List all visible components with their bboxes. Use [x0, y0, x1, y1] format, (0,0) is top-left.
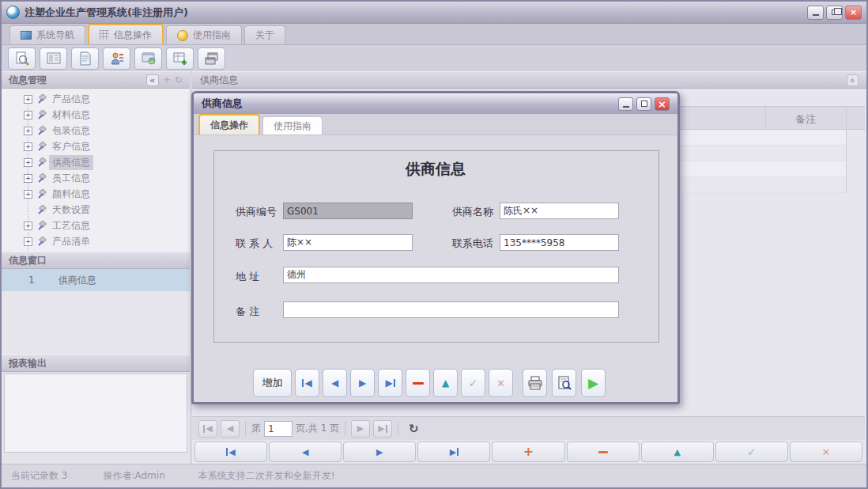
expand-icon[interactable]: + — [24, 174, 32, 183]
name-label: 供商名称 — [452, 205, 493, 219]
sidebar: 信息管理 « + ↻ + 产品信息 + 材料信息 + 包装信息 — [2, 71, 190, 464]
dialog-minimize-button[interactable] — [618, 97, 633, 111]
tree-item-employee[interactable]: + 员工信息 — [2, 170, 190, 186]
delete-record-button[interactable] — [406, 369, 430, 397]
supplier-panel-header: 供商信息 « — [192, 71, 866, 89]
tree-item-customer[interactable]: + 客户信息 — [2, 138, 190, 154]
node-icon — [36, 189, 47, 199]
record-count: 当前记录数 3 — [11, 469, 67, 483]
page-number-input[interactable] — [264, 421, 292, 437]
app-window: 注塑企业生产管理系统(非注册用户) × 系统导航 信息操作 使用指南 关于 — [0, 0, 868, 489]
tree-item-material[interactable]: + 材料信息 — [2, 107, 190, 123]
last-record-button[interactable]: ▶ — [417, 442, 490, 462]
expand-icon[interactable]: + — [24, 127, 32, 135]
tree-item-supplier[interactable]: + 供商信息 — [2, 154, 190, 170]
expand-icon[interactable]: + — [24, 237, 32, 246]
dialog-tab-info-operation[interactable]: 信息操作 — [198, 114, 260, 135]
expand-icon[interactable]: + — [24, 190, 32, 199]
document-icon[interactable] — [71, 47, 99, 70]
first-record-button[interactable]: ◀ — [194, 442, 267, 462]
operator-label: 操作者:Admin — [103, 469, 164, 483]
minimize-button[interactable] — [807, 6, 824, 20]
tab-user-guide[interactable]: 使用指南 — [166, 25, 242, 44]
address-field[interactable] — [283, 267, 619, 283]
expand-icon[interactable]: + — [24, 95, 32, 104]
next-record-button[interactable]: ▶ — [350, 369, 375, 397]
node-icon — [36, 237, 47, 247]
first-page-button[interactable]: ◀ — [198, 420, 217, 438]
user-icon[interactable] — [103, 47, 130, 70]
add-record-button[interactable]: + — [492, 442, 564, 462]
close-button[interactable]: × — [845, 6, 862, 20]
confirm-button[interactable]: ✓ — [715, 442, 788, 462]
phone-field[interactable] — [500, 234, 619, 251]
tree-item-days-setting[interactable]: + 天数设置 — [2, 202, 190, 218]
expand-icon[interactable]: + — [24, 142, 32, 151]
name-field[interactable] — [500, 203, 619, 219]
refresh-icon[interactable]: ↻ — [175, 74, 183, 85]
search-document-icon[interactable] — [8, 47, 36, 70]
refresh-icon[interactable]: ↻ — [409, 422, 419, 436]
collapse-up-icon[interactable]: « — [847, 74, 859, 86]
dialog-close-button[interactable]: × — [655, 97, 670, 111]
cancel-button[interactable]: ✕ — [489, 369, 513, 397]
prev-record-button[interactable]: ◀ — [323, 369, 347, 397]
dialog-body: 供商信息 供商编号 供商名称 联 系 人 联系电话 地 址 备 注 增加 ◀ ◀… — [194, 135, 677, 402]
tree-item-product[interactable]: + 产品信息 — [2, 91, 190, 107]
tree-item-pigment[interactable]: + 颜料信息 — [2, 186, 190, 202]
delete-record-button[interactable] — [567, 442, 640, 462]
node-icon — [36, 221, 47, 231]
prev-record-button[interactable]: ◀ — [269, 442, 342, 462]
tree-item-process[interactable]: + 工艺信息 — [2, 218, 190, 233]
info-window-list: 1 供商信息 — [2, 269, 190, 354]
last-page-button[interactable]: ▶ — [373, 420, 392, 438]
tab-system-nav[interactable]: 系统导航 — [9, 25, 85, 44]
prev-page-button[interactable]: ◀ — [221, 420, 240, 438]
title-bar: 注塑企业生产管理系统(非注册用户) × — [2, 2, 866, 24]
remark-field[interactable] — [283, 301, 619, 318]
last-record-button[interactable]: ▶ — [378, 369, 402, 397]
tab-about[interactable]: 关于 — [244, 25, 285, 44]
window-preview-icon[interactable] — [134, 47, 162, 70]
node-icon — [36, 110, 47, 120]
expand-icon[interactable]: + — [24, 222, 32, 230]
add-icon[interactable]: + — [163, 74, 171, 85]
contact-field[interactable] — [283, 234, 413, 251]
print-preview-icon — [557, 376, 572, 390]
tab-info-operation[interactable]: 信息操作 — [88, 24, 164, 44]
main-tab-bar: 系统导航 信息操作 使用指南 关于 — [2, 24, 866, 45]
restore-button[interactable] — [826, 6, 843, 20]
code-label: 供商编号 — [236, 205, 277, 219]
preview-button[interactable] — [552, 369, 576, 397]
edit-record-button[interactable]: ▲ — [641, 442, 714, 462]
form-view-icon[interactable] — [40, 47, 67, 70]
windows-stack-icon[interactable] — [198, 47, 225, 70]
address-label: 地 址 — [236, 270, 259, 284]
list-item-supplier-window[interactable]: 1 供商信息 — [2, 269, 190, 291]
add-button[interactable]: 增加 — [253, 369, 292, 397]
system-nav-icon — [21, 31, 32, 40]
next-record-button[interactable]: ▶ — [343, 442, 416, 462]
group-title: 供商信息 — [194, 159, 677, 180]
first-record-button[interactable]: ◀ — [295, 369, 319, 397]
next-page-button[interactable]: ▶ — [351, 420, 370, 438]
print-button[interactable] — [523, 369, 547, 397]
pagination-bar: ◀ ◀ 第 页,共 1 页 ▶ ▶ ↻ — [192, 416, 865, 440]
collapse-panel-icon[interactable]: « — [146, 74, 159, 86]
page-suffix: 页,共 1 页 — [296, 422, 339, 435]
table-add-icon[interactable] — [166, 47, 194, 70]
cancel-button[interactable]: ✕ — [790, 442, 862, 462]
dialog-tab-user-guide[interactable]: 使用指南 — [262, 116, 323, 135]
run-button[interactable]: ▶ — [581, 369, 606, 397]
tree-item-product-list[interactable]: + 产品清单 — [2, 233, 190, 249]
confirm-button[interactable]: ✓ — [461, 369, 485, 397]
expand-icon[interactable]: + — [24, 111, 32, 119]
tree-item-packaging[interactable]: + 包装信息 — [2, 123, 190, 138]
edit-record-button[interactable]: ▲ — [433, 369, 458, 397]
dialog-maximize-button[interactable] — [636, 97, 651, 111]
code-field[interactable] — [283, 203, 413, 219]
grid-icon — [100, 30, 109, 40]
expand-icon[interactable]: + — [24, 158, 32, 167]
column-divider — [846, 106, 847, 193]
node-icon — [36, 205, 47, 215]
